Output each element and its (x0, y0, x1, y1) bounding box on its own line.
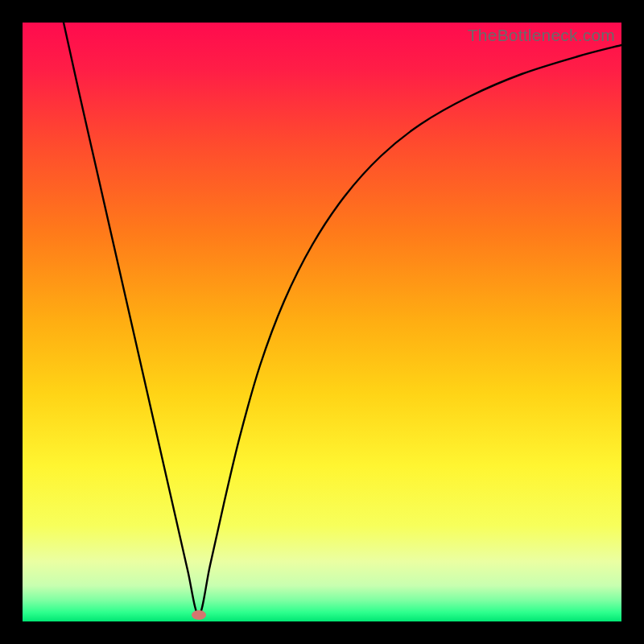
watermark-text: TheBottleneck.com (468, 26, 615, 45)
bottleneck-chart (23, 23, 621, 621)
chart-frame: TheBottleneck.com (23, 23, 621, 621)
optimal-point-marker (192, 610, 206, 620)
gradient-background (23, 23, 621, 621)
